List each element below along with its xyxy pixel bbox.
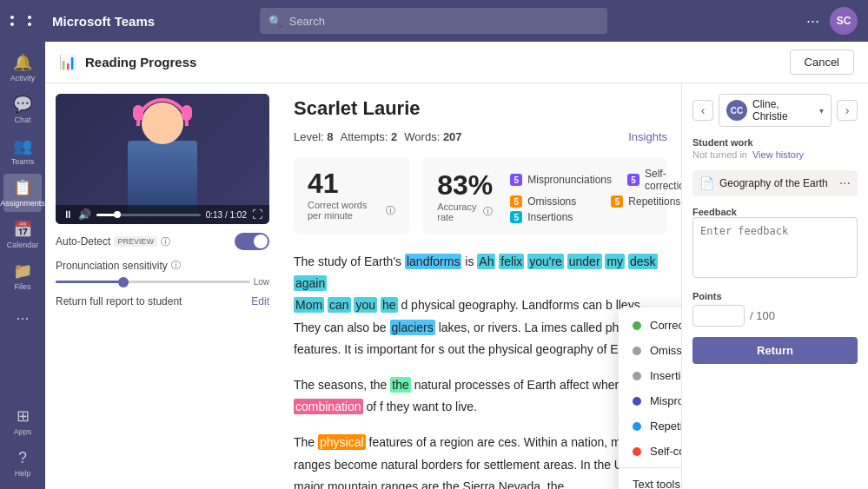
pronunciation-sensitivity-section: Pronunciation sensitivity ⓘ Low (56, 259, 269, 287)
sidebar-item-label: Assignments (0, 199, 45, 208)
assignments-icon: 📋 (13, 178, 32, 197)
word-can[interactable]: can (328, 297, 351, 313)
insertions-label: Insertions (527, 211, 573, 223)
insertion-dot (633, 372, 641, 380)
video-controls: ⏸ 🔊 0:13 / 1:02 ⛶ (56, 205, 269, 224)
accuracy-value: 83% (437, 169, 493, 202)
low-label: Low (254, 277, 269, 287)
word-the[interactable]: the (390, 377, 410, 393)
metrics-row: 41 Correct words per minute ⓘ 83% Accura… (294, 157, 667, 234)
sidebar-item-teams[interactable]: 👥 Teams (3, 132, 42, 170)
sidebar-item-more[interactable]: ··· (3, 299, 42, 337)
top-bar: Microsoft Teams 🔍 ··· SC (0, 0, 868, 42)
sensitivity-label: Pronunciation sensitivity ⓘ (56, 259, 269, 272)
view-history-link[interactable]: View history (752, 149, 804, 160)
sidebar-item-label: Apps (14, 427, 32, 436)
word-landforms[interactable]: landforms (405, 254, 461, 269)
word-felix[interactable]: felix (499, 254, 524, 269)
menu-item-repetition[interactable]: Repetition (619, 413, 681, 439)
feedback-label: Feedback (692, 207, 858, 217)
points-max: / 100 (750, 309, 775, 322)
search-bar[interactable]: 🔍 (260, 8, 607, 34)
self-correction-dot (633, 447, 641, 456)
word-desk[interactable]: desk (628, 254, 658, 269)
sidebar-item-help[interactable]: ? Help (3, 444, 42, 482)
sidebar-item-calendar[interactable]: 📅 Calendar (3, 215, 42, 254)
fullscreen-button[interactable]: ⛶ (252, 208, 262, 221)
header-bar: 📊 Reading Progress Cancel (45, 42, 868, 83)
word-ah[interactable]: Ah (477, 254, 495, 269)
help-icon: ? (18, 449, 27, 467)
auto-detect-label: Auto-Detect PREVIEW ⓘ (56, 235, 170, 248)
reading-progress-icon: 📊 (59, 54, 76, 70)
sidebar-item-apps[interactable]: ⊞ Apps (3, 402, 42, 440)
assignment-more-button[interactable]: ··· (839, 175, 851, 191)
app-title: Microsoft Teams (52, 14, 155, 29)
menu-item-omission[interactable]: Omission (619, 338, 681, 363)
insights-link[interactable]: Insights (628, 130, 667, 143)
stats-row: Level: 8 Attempts: 2 Words: 207 Insights (294, 130, 667, 143)
points-input[interactable] (692, 305, 745, 327)
word-physical[interactable]: physical (318, 434, 366, 450)
correct-wpm-value: 41 (308, 168, 395, 200)
return-button[interactable]: Return (692, 337, 858, 364)
menu-item-label: Mispronunciation (650, 394, 681, 407)
sensitivity-slider[interactable] (56, 281, 250, 283)
video-progress-bar[interactable] (96, 214, 201, 216)
sidebar-item-label: Chat (14, 116, 30, 124)
menu-item-insertion[interactable]: Insertion (619, 363, 681, 388)
edit-link[interactable]: Edit (251, 295, 269, 307)
menu-item-self-correction[interactable]: Self-correction (619, 439, 681, 464)
not-turned-in-label: Not turned in (692, 149, 747, 160)
auto-detect-toggle[interactable] (235, 233, 269, 250)
volume-button[interactable]: 🔊 (78, 208, 91, 221)
sidebar-item-label: Files (14, 282, 30, 291)
sidebar-item-chat[interactable]: 💬 Chat (3, 90, 42, 129)
sidebar-item-files[interactable]: 📁 Files (3, 257, 42, 295)
play-pause-button[interactable]: ⏸ (63, 208, 73, 221)
auto-detect-row: Auto-Detect PREVIEW ⓘ (56, 233, 269, 250)
word-mom[interactable]: Mom (294, 297, 324, 313)
student-work-section: Student work Not turned in View history (692, 137, 858, 160)
chat-icon: 💬 (13, 95, 32, 114)
word-glaciers[interactable]: glaciers (390, 320, 435, 335)
menu-item-label: Insertion (650, 369, 681, 382)
self-correction-label: Self-corrections (645, 168, 681, 192)
sidebar-item-activity[interactable]: 🔔 Activity (3, 49, 42, 87)
word-combination[interactable]: combination (294, 399, 363, 414)
word-he[interactable]: he (381, 297, 398, 313)
error-row: 5 Omissions 5 Repetitions (510, 195, 681, 208)
menu-item-text-tools[interactable]: Text tools ▶ (619, 472, 681, 489)
menu-item-correct[interactable]: Correct (619, 313, 681, 338)
word-you[interactable]: you (354, 297, 377, 313)
info-icon: ⓘ (161, 235, 170, 248)
word-youre[interactable]: you're (527, 254, 564, 269)
mispronunciation-label: Mispronunciations (527, 174, 612, 186)
sidebar-item-assignments[interactable]: 📋 Assignments (3, 174, 42, 212)
search-input[interactable] (289, 15, 599, 28)
apps-grid-icon[interactable] (10, 16, 42, 26)
cancel-button[interactable]: Cancel (790, 50, 854, 75)
search-icon: 🔍 (268, 15, 282, 28)
page-title: Reading Progress (85, 55, 196, 69)
next-student-button[interactable]: › (837, 100, 858, 121)
word-again[interactable]: again (294, 275, 327, 291)
feedback-input[interactable] (692, 217, 858, 278)
files-icon: 📁 (13, 261, 32, 281)
sidebar: 🔔 Activity 💬 Chat 👥 Teams 📋 Assignments … (0, 42, 45, 489)
user-avatar[interactable]: SC (830, 7, 858, 35)
more-icon[interactable]: ··· (806, 12, 819, 30)
menu-item-label: Correct (650, 319, 681, 332)
word-my[interactable]: my (605, 254, 625, 269)
passage-text: The study of Earth's landforms is Ah fel… (294, 251, 667, 489)
assignment-name: Geography of the Earth (719, 177, 834, 189)
word-under[interactable]: under (567, 254, 602, 269)
student-selector[interactable]: CC Cline, Christie ▾ (719, 94, 832, 127)
menu-item-mispronunciation[interactable]: Mispronunciation (619, 388, 681, 413)
student-name-display: Cline, Christie (752, 98, 814, 122)
activity-icon: 🔔 (13, 53, 32, 72)
video-time: 0:13 / 1:02 (206, 210, 247, 220)
prev-student-button[interactable]: ‹ (692, 100, 713, 121)
info-icon: ⓘ (483, 205, 493, 218)
mispronunciation-dot: 5 (510, 174, 522, 186)
